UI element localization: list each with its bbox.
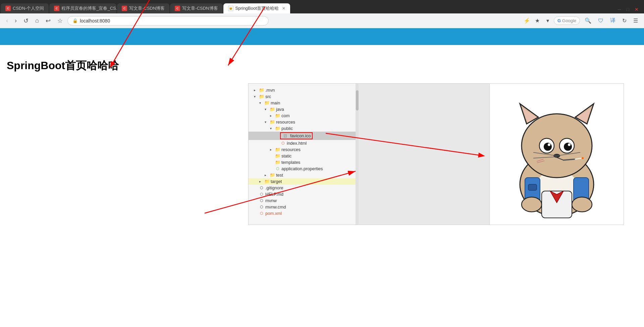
scrollbar[interactable] — [356, 84, 359, 225]
tree-label-mvnw: mvnw — [265, 198, 356, 203]
tree-item-public[interactable]: ▾ 📁 public — [249, 125, 356, 132]
svg-point-15 — [544, 143, 552, 151]
tab-write-article-1[interactable]: C 写文章-CSDN博客 — [117, 3, 169, 13]
file-icon-md: ⬡ — [259, 192, 265, 196]
tab-label-3: 写文章-CSDN博客 — [129, 5, 165, 11]
tree-label-mvn: .mvn — [265, 88, 356, 93]
folder-icon-static: 📁 — [275, 153, 281, 158]
tree-label-test: test — [275, 173, 356, 178]
tree-item-target[interactable]: ▸ 📁 target — [249, 178, 356, 185]
tree-item-appprops[interactable]: ▸ ⬡ application.properties — [249, 166, 356, 172]
folder-icon-test: 📁 — [269, 173, 275, 178]
svg-point-17 — [548, 143, 550, 146]
tree-label-com: com — [281, 113, 356, 118]
folder-icon-src: 📁 — [259, 94, 265, 99]
minimize-button[interactable]: ─ — [616, 5, 623, 13]
shield-button[interactable]: 🛡 — [596, 16, 605, 25]
svg-point-16 — [564, 143, 572, 151]
svg-point-30 — [572, 197, 592, 212]
tree-item-mvn[interactable]: ▸ 📁 .mvn — [249, 87, 356, 93]
tree-label-mvnwcmd: mvnw.cmd — [265, 204, 356, 209]
file-icon-gitignore: ⬡ — [259, 186, 265, 190]
file-icon-html: ⬡ — [280, 141, 286, 145]
tab-icon-3: C — [122, 6, 127, 11]
tree-item-favicon[interactable]: ▸ 🖼 favicon.ico — [249, 132, 356, 140]
svg-rect-31 — [528, 184, 537, 190]
forward-button[interactable]: › — [13, 16, 19, 26]
tree-item-src[interactable]: ▾ 📁 src — [249, 93, 356, 100]
translate-button[interactable]: 译 — [608, 16, 618, 26]
scrollbar-thumb[interactable] — [356, 90, 359, 110]
tab-icon-1: C — [5, 6, 11, 11]
gray-panel — [359, 84, 489, 225]
tree-item-main[interactable]: ▾ 📁 main — [249, 100, 356, 106]
tree-label-pomxml: pom.xml — [265, 211, 356, 216]
folder-icon-resources1: 📁 — [269, 120, 275, 125]
tree-item-helpmd[interactable]: ▸ ⬡ HELP.md — [249, 191, 356, 197]
history-back-button[interactable]: ↩ — [44, 16, 53, 26]
tab-csdn-blog[interactable]: C 程序员宜春的博客_宜春_CS... — [49, 3, 116, 13]
tree-label-gitignore: .gitignore — [265, 185, 356, 190]
tree-label-favicon: favicon.ico — [289, 133, 311, 138]
tree-item-test[interactable]: ▸ 📁 test — [249, 172, 356, 178]
tree-item-mvnw[interactable]: ▸ ⬡ mvnw — [249, 197, 356, 204]
folder-icon-mvn: 📁 — [259, 88, 265, 93]
tree-item-pomxml[interactable]: ▸ ⬡ pom.xml — [249, 210, 356, 217]
file-icon-xml: ⬡ — [259, 211, 265, 216]
tree-item-resources1[interactable]: ▾ 📁 resources — [249, 119, 356, 125]
tab-close-button[interactable]: ✕ — [282, 6, 285, 11]
file-icon-mvnw: ⬡ — [259, 198, 265, 203]
security-icon: 🔒 — [72, 18, 78, 23]
address-bar[interactable]: 🔒 localhost:8080 — [67, 16, 269, 26]
tree-item-gitignore[interactable]: ▸ ⬡ .gitignore — [249, 185, 356, 191]
bookmark-list-button[interactable]: ▾ — [544, 16, 551, 25]
reload-button[interactable]: ↺ — [21, 16, 31, 26]
close-button[interactable]: ✕ — [633, 5, 641, 13]
lightning-icon: ⚡ — [524, 17, 530, 24]
page-heading: SpringBoot首页哈哈哈 — [7, 58, 644, 73]
tab-bar: C CSDN-个人空间 C 程序员宜春的博客_宜春_CS... C 写文章-CS… — [0, 0, 644, 13]
tab-write-article-2[interactable]: C 写文章-CSDN博客 — [170, 3, 222, 13]
google-icon: G — [557, 18, 561, 23]
site-header — [0, 28, 644, 45]
tree-item-templates[interactable]: ▸ 📁 templates — [249, 159, 356, 166]
tree-item-static[interactable]: ▸ 📁 static — [249, 153, 356, 159]
tree-item-java[interactable]: ▾ 📁 java — [249, 106, 356, 112]
bookmark-star-button[interactable]: ★ — [533, 16, 542, 25]
tab-icon-4: C — [175, 6, 180, 11]
tree-item-indexhtml[interactable]: ▸ ⬡ index.html — [249, 140, 356, 146]
folder-icon-target: 📁 — [264, 179, 270, 184]
tree-label-main: main — [270, 100, 356, 105]
tree-label-resources2: resources — [281, 147, 356, 152]
refresh-button[interactable]: ↻ — [620, 16, 629, 25]
tab-icon-5: 🐱 — [228, 6, 233, 11]
folder-icon-java: 📁 — [269, 107, 275, 112]
file-icon-favicon: 🖼 — [282, 134, 288, 138]
svg-point-8 — [522, 114, 592, 178]
search-placeholder: Google — [562, 18, 576, 23]
folder-icon-public: 📁 — [275, 126, 281, 131]
home-button[interactable]: ⌂ — [33, 16, 41, 26]
back-button[interactable]: ‹ — [4, 16, 10, 26]
file-icon-mvnwcmd: ⬡ — [259, 205, 265, 209]
tree-item-mvnwcmd[interactable]: ▸ ⬡ mvnw.cmd — [249, 204, 356, 210]
nav-bar: ‹ › ↺ ⌂ ↩ ☆ 🔒 localhost:8080 ⚡ ★ ▾ G Goo… — [0, 13, 644, 28]
tab-springboot[interactable]: 🐱 SpringBoot首页哈哈哈 ✕ — [223, 3, 290, 13]
cat-illustration — [498, 87, 615, 221]
svg-point-18 — [568, 143, 571, 146]
tree-item-com[interactable]: ▸ 📁 com — [249, 112, 356, 119]
file-tree-panel: ▸ 📁 .mvn ▾ 📁 src ▾ 📁 main — [249, 84, 356, 225]
maximize-button[interactable]: □ — [625, 5, 631, 13]
tree-label-helpmd: HELP.md — [265, 192, 356, 197]
tab-label-4: 写文章-CSDN博客 — [182, 5, 218, 11]
tree-item-resources2[interactable]: ▸ 📁 resources — [249, 146, 356, 153]
browser-chrome: C CSDN-个人空间 C 程序员宜春的博客_宜春_CS... C 写文章-CS… — [0, 0, 644, 28]
bookmark-button[interactable]: ☆ — [55, 16, 65, 26]
panel-container: ▸ 📁 .mvn ▾ 📁 src ▾ 📁 main — [248, 83, 624, 225]
svg-point-23 — [582, 157, 584, 159]
file-icon-props: ⬡ — [275, 167, 281, 171]
search-button[interactable]: 🔍 — [583, 16, 593, 25]
tab-csdn-personal[interactable]: C CSDN-个人空间 — [1, 3, 49, 13]
favicon-red-highlight: 🖼 favicon.ico — [280, 132, 313, 139]
menu-button[interactable]: ☰ — [631, 16, 640, 25]
